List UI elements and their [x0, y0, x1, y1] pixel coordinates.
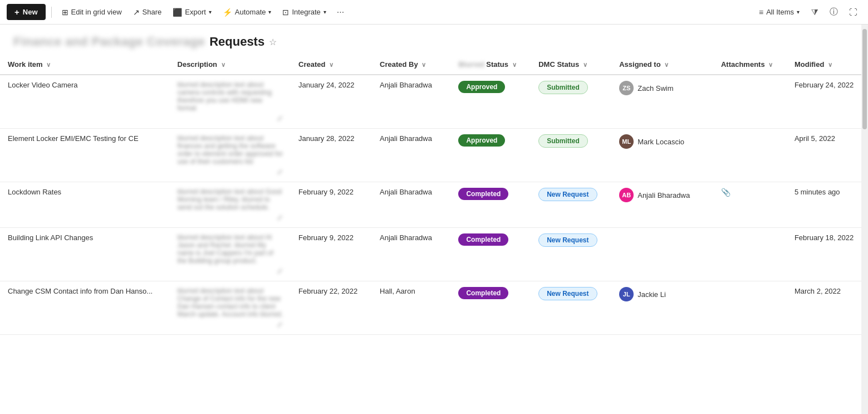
- modified-date-cell: February 18, 2022: [787, 228, 868, 281]
- more-options-button[interactable]: ···: [333, 4, 348, 20]
- status-badge: Completed: [458, 188, 508, 200]
- scrollbar-thumb[interactable]: [862, 29, 867, 129]
- table-row[interactable]: Change CSM Contact info from Dan Hanso..…: [0, 281, 868, 335]
- created-date-cell: January 28, 2022: [291, 129, 372, 182]
- col-attachments[interactable]: Attachments ∨: [713, 55, 787, 75]
- filter-button[interactable]: ⧩: [807, 4, 822, 20]
- col-modified[interactable]: Modified ∨: [787, 55, 868, 75]
- info-button[interactable]: ⓘ: [826, 4, 842, 20]
- dmc-status-badge: New Request: [538, 287, 597, 300]
- table-header: Work item ∨ Description ∨ Created ∨ Crea…: [0, 55, 868, 75]
- automate-button[interactable]: ⚡ Automate ▾: [218, 5, 276, 20]
- col-created-by-label: Created By: [380, 60, 418, 69]
- paperclip-icon: 📎: [721, 188, 730, 197]
- share-icon: ↗: [133, 8, 140, 17]
- description-cell: blurred description text about Good Morn…: [170, 182, 291, 228]
- assigned-to-cell: ZSZach Swim: [611, 75, 713, 129]
- expand-description-icon[interactable]: ⤢: [178, 114, 283, 123]
- filter-icon: ⧩: [811, 7, 818, 17]
- export-icon: ⬛: [173, 8, 182, 17]
- export-button[interactable]: ⬛ Export ▾: [168, 5, 216, 20]
- status-badge: Completed: [458, 287, 508, 299]
- expand-description-icon[interactable]: ⤢: [178, 320, 283, 329]
- status-cell: Completed: [450, 182, 531, 228]
- created-date-cell: February 22, 2022: [291, 281, 372, 335]
- export-chevron-icon: ▾: [209, 9, 212, 15]
- avatar: AB: [619, 188, 634, 202]
- status-cell: Approved: [450, 129, 531, 182]
- expand-description-icon[interactable]: ⤢: [178, 267, 283, 275]
- col-created-sort-icon: ∨: [329, 61, 334, 68]
- edit-grid-button[interactable]: ⊞ Edit in grid view: [57, 5, 126, 20]
- dots-icon: ···: [337, 7, 344, 17]
- expand-icon: ⛶: [849, 7, 857, 17]
- table-container: Work item ∨ Description ∨ Created ∨ Crea…: [0, 55, 868, 335]
- table-row[interactable]: Locker Video Camerablurred description t…: [0, 75, 868, 129]
- assigned-to-cell: ABAnjali Bharadwa: [611, 182, 713, 228]
- col-created[interactable]: Created ∨: [291, 55, 372, 75]
- created-by-cell: Anjali Bharadwa: [372, 129, 450, 182]
- integrate-label: Integrate: [292, 8, 320, 16]
- col-modified-label: Modified: [795, 60, 824, 69]
- dmc-status-badge: New Request: [538, 233, 597, 247]
- favorite-icon[interactable]: ☆: [269, 37, 277, 47]
- attachments-cell: [713, 129, 787, 182]
- items-table: Work item ∨ Description ∨ Created ∨ Crea…: [0, 55, 868, 335]
- toolbar: + New ⊞ Edit in grid view ↗ Share ⬛ Expo…: [0, 0, 868, 25]
- work-item-cell: Element Locker EMI/EMC Testing for CE: [0, 129, 170, 182]
- col-attachments-sort-icon: ∨: [768, 61, 773, 68]
- col-work-item[interactable]: Work item ∨: [0, 55, 170, 75]
- col-description[interactable]: Description ∨: [170, 55, 291, 75]
- col-assigned-to-sort-icon: ∨: [664, 61, 669, 68]
- created-by-cell: Anjali Bharadwa: [372, 182, 450, 228]
- page-title: Requests: [209, 35, 264, 49]
- avatar: ML: [619, 134, 634, 149]
- attachments-cell: [713, 281, 787, 335]
- scrollbar-track[interactable]: [861, 25, 868, 335]
- col-created-by-sort-icon: ∨: [421, 61, 426, 68]
- integrate-button[interactable]: ⊡ Integrate ▾: [278, 5, 330, 20]
- col-status[interactable]: Blurred Status ∨: [450, 55, 531, 75]
- new-button[interactable]: + New: [7, 4, 46, 20]
- col-assigned-to[interactable]: Assigned to ∨: [611, 55, 713, 75]
- table-row[interactable]: Element Locker EMI/EMC Testing for CEblu…: [0, 129, 868, 182]
- modified-date-cell: 5 minutes ago: [787, 182, 868, 228]
- all-items-label: All Items: [766, 8, 794, 16]
- avatar: ZS: [619, 81, 634, 95]
- col-dmc-status[interactable]: DMC Status ∨: [531, 55, 611, 75]
- assigned-to-name: Mark Locascio: [637, 138, 684, 146]
- col-attachments-label: Attachments: [721, 60, 765, 69]
- col-description-sort-icon: ∨: [221, 61, 225, 68]
- col-work-item-sort-icon: ∨: [46, 61, 51, 68]
- col-description-label: Description: [178, 60, 218, 69]
- description-cell: blurred description text about finances …: [170, 129, 291, 182]
- table-row[interactable]: Lockdown Ratesblurred description text a…: [0, 182, 868, 228]
- modified-date-cell: April 5, 2022: [787, 129, 868, 182]
- status-badge: Approved: [458, 134, 505, 147]
- expand-description-icon[interactable]: ⤢: [178, 213, 283, 222]
- dmc-status-cell: New Request: [531, 228, 611, 281]
- integrate-chevron-icon: ▾: [323, 9, 326, 15]
- dmc-status-badge: Submitted: [538, 134, 588, 148]
- all-items-button[interactable]: ≡ All Items ▾: [754, 5, 804, 20]
- assigned-to-name: Zach Swim: [637, 84, 673, 92]
- col-created-by[interactable]: Created By ∨: [372, 55, 450, 75]
- assigned-to-name: Jackie Li: [637, 290, 666, 299]
- status-badge: Approved: [458, 81, 505, 93]
- expand-description-icon[interactable]: ⤢: [178, 168, 283, 176]
- status-badge: Completed: [458, 233, 508, 246]
- work-item-cell: Change CSM Contact info from Dan Hanso..…: [0, 281, 170, 335]
- status-cell: Completed: [450, 228, 531, 281]
- lines-icon: ≡: [759, 8, 763, 17]
- toolbar-separator: [51, 7, 52, 18]
- share-label: Share: [143, 8, 162, 16]
- expand-button[interactable]: ⛶: [845, 4, 861, 20]
- dmc-status-cell: New Request: [531, 182, 611, 228]
- avatar: JL: [619, 287, 634, 301]
- automate-label: Automate: [235, 8, 266, 16]
- share-button[interactable]: ↗ Share: [129, 5, 166, 20]
- col-modified-sort-icon: ∨: [828, 61, 832, 68]
- table-row[interactable]: Building Link API Changesblurred descrip…: [0, 228, 868, 281]
- col-status-blurred-label: Blurred: [458, 60, 484, 69]
- description-cell: blurred description text about Hi Jason …: [170, 228, 291, 281]
